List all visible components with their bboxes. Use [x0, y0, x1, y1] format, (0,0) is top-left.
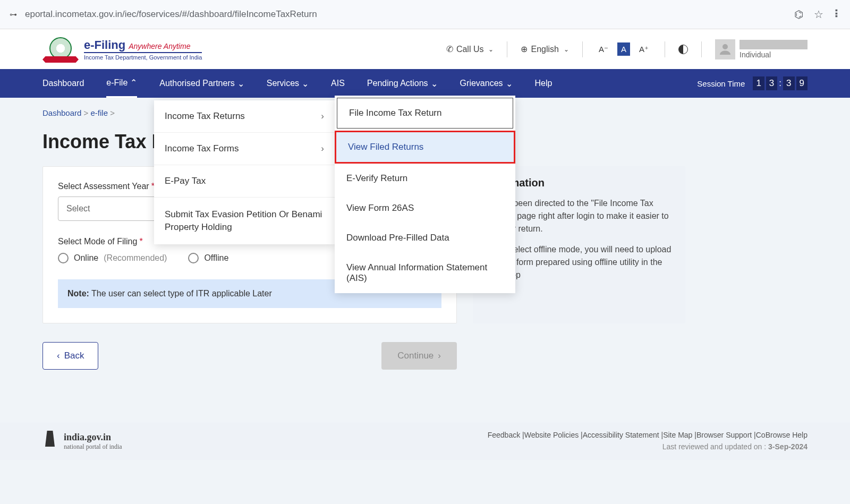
- submenu-view-form-26as[interactable]: View Form 26AS: [335, 193, 515, 223]
- footer-updated: Last reviewed and updated on : 3-Sep-202…: [488, 442, 808, 451]
- logo-area[interactable]: e-Filing Anywhere Anytime Income Tax Dep…: [42, 37, 202, 61]
- submenu-download-prefilled-data[interactable]: Download Pre-Filled Data: [335, 223, 515, 253]
- efile-submenu: Income Tax Returns› Income Tax Forms› E-…: [154, 100, 335, 244]
- submenu-e-verify-return[interactable]: E-Verify Return: [335, 164, 515, 193]
- chevron-left-icon: ‹: [57, 351, 60, 361]
- submenu-tax-evasion-petition[interactable]: Submit Tax Evasion Petition Or Benami Pr…: [154, 198, 335, 244]
- chevron-right-icon: ›: [321, 143, 324, 154]
- nav-grievances[interactable]: Grievances ⌄: [460, 69, 513, 98]
- nav-pending-actions[interactable]: Pending Actions ⌄: [367, 69, 438, 98]
- site-header: e-Filing Anywhere Anytime Income Tax Dep…: [0, 29, 850, 69]
- chevron-right-icon: ›: [321, 111, 324, 122]
- radio-icon: [58, 253, 69, 263]
- footer-links[interactable]: Feedback |Website Policies |Accessibilit…: [488, 431, 808, 439]
- chevron-up-icon: ⌃: [130, 69, 137, 97]
- avatar-icon: [715, 39, 735, 59]
- nav-ais[interactable]: AIS: [331, 69, 345, 98]
- contrast-toggle-icon[interactable]: [678, 45, 688, 54]
- site-info-icon[interactable]: ⊶: [8, 9, 19, 20]
- chevron-down-icon: ⌄: [506, 79, 513, 89]
- extensions-icon[interactable]: ⠇: [834, 8, 842, 21]
- breadcrumb-efile[interactable]: e-file: [91, 108, 108, 117]
- continue-button[interactable]: Continue ›: [381, 342, 457, 370]
- language-dropdown[interactable]: ⊕ English ⌄: [521, 44, 568, 54]
- chevron-down-icon: ⌄: [302, 79, 309, 89]
- user-type-label: Individual: [740, 50, 808, 59]
- india-gov-subtitle: national portal of india: [64, 443, 122, 451]
- browser-address-bar: ⊶ eportal.incometax.gov.in/iec/foservice…: [0, 0, 850, 29]
- nav-help[interactable]: Help: [535, 69, 552, 98]
- globe-icon: ⊕: [521, 44, 528, 54]
- brand-subtitle: Income Tax Department, Government of Ind…: [84, 52, 202, 61]
- submenu-view-ais[interactable]: View Annual Information Statement (AIS): [335, 253, 515, 293]
- svg-point-0: [722, 44, 728, 49]
- ashoka-emblem-icon: [42, 431, 57, 452]
- call-label: Call Us: [456, 45, 484, 54]
- phone-icon: ✆: [446, 44, 453, 54]
- chevron-down-icon: ⌄: [237, 79, 244, 89]
- user-profile-area[interactable]: Individual: [715, 39, 808, 59]
- submenu-income-tax-returns[interactable]: Income Tax Returns›: [154, 100, 335, 133]
- brand-title: e-Filing: [84, 38, 125, 52]
- nav-services[interactable]: Services ⌄: [267, 69, 309, 98]
- brand-tagline: Anywhere Anytime: [129, 42, 190, 50]
- chevron-down-icon: ⌄: [488, 46, 494, 53]
- call-us-dropdown[interactable]: ✆ Call Us ⌄: [446, 44, 494, 54]
- font-increase-button[interactable]: A⁺: [636, 44, 651, 55]
- key-icon[interactable]: ⌬: [794, 8, 803, 21]
- emblem-logo: [42, 37, 79, 61]
- chevron-down-icon: ⌄: [431, 79, 438, 89]
- submenu-file-income-tax-return[interactable]: File Income Tax Return: [337, 98, 513, 129]
- breadcrumb-dashboard[interactable]: Dashboard: [42, 108, 81, 117]
- radio-online[interactable]: Online (Recommended): [58, 253, 167, 263]
- radio-icon: [188, 253, 199, 263]
- font-normal-button[interactable]: A: [617, 42, 630, 56]
- submenu-income-tax-forms[interactable]: Income Tax Forms›: [154, 133, 335, 165]
- user-name-redacted: [740, 40, 808, 49]
- income-tax-returns-submenu: File Income Tax Return View Filed Return…: [335, 96, 515, 293]
- india-gov-title: india.gov.in: [64, 432, 122, 443]
- radio-offline[interactable]: Offline: [188, 253, 228, 263]
- submenu-epay-tax[interactable]: E-Pay Tax: [154, 165, 335, 198]
- nav-dashboard[interactable]: Dashboard: [42, 69, 84, 98]
- chevron-down-icon: ⌄: [564, 46, 569, 53]
- lang-label: English: [531, 45, 558, 54]
- font-decrease-button[interactable]: A⁻: [596, 44, 611, 55]
- main-navigation: Dashboard e-File ⌃ Authorised Partners ⌄…: [0, 69, 850, 98]
- india-gov-logo[interactable]: india.gov.in national portal of india: [42, 431, 122, 452]
- bookmark-star-icon[interactable]: ☆: [814, 8, 823, 21]
- session-timer: 1 3 : 3 9: [753, 76, 808, 90]
- site-footer: india.gov.in national portal of india Fe…: [0, 423, 850, 460]
- submenu-view-filed-returns[interactable]: View Filed Returns: [335, 131, 515, 164]
- session-time-label: Session Time: [697, 79, 745, 88]
- url-text: eportal.incometax.gov.in/iec/foservices/…: [25, 9, 794, 20]
- back-button[interactable]: ‹ Back: [42, 342, 98, 370]
- chevron-right-icon: ›: [438, 351, 441, 361]
- nav-efile[interactable]: e-File ⌃: [106, 69, 137, 98]
- nav-authorised-partners[interactable]: Authorised Partners ⌄: [159, 69, 244, 98]
